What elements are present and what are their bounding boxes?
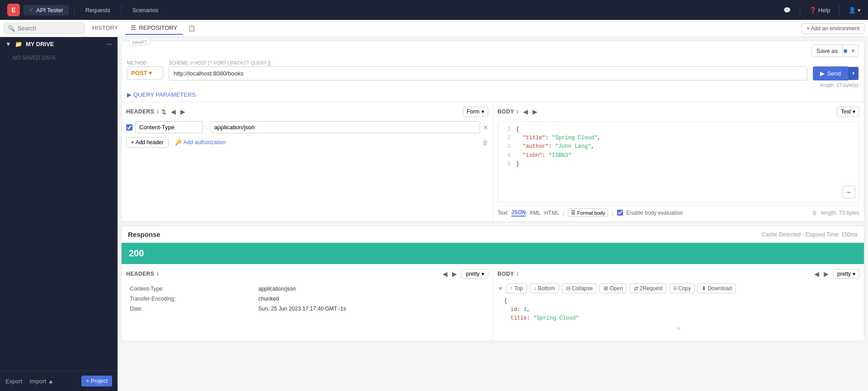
- headers-info-icon[interactable]: ℹ: [157, 109, 159, 115]
- table-row: Content-Type: application/json: [127, 284, 487, 293]
- enable-body-eval-label: Enable body evaluation: [627, 210, 683, 216]
- search-input[interactable]: [18, 25, 81, 32]
- body-tab-html[interactable]: HTML: [544, 210, 559, 216]
- top-nav-right: 💬 ❓ Help 👤 ▾: [783, 5, 861, 14]
- header-value-input[interactable]: [210, 121, 480, 133]
- project-button[interactable]: + Project: [81, 376, 112, 386]
- bottom-button[interactable]: ↓ Bottom: [530, 283, 559, 293]
- help-link[interactable]: ❓ Help: [809, 7, 830, 14]
- content-area: DRAFT Save as ▾ METHOD POST ▾: [118, 37, 868, 391]
- body-code-editor[interactable]: 1 { 2 "title": "Spring Cloud", 3 "author…: [498, 121, 860, 203]
- url-input-wrap: SCHEME :// HOST ['*' PORT ] [PATH ['?' Q…: [169, 61, 807, 80]
- tab-repository[interactable]: ☰ REPOSITORY: [125, 22, 183, 35]
- body-tab-text[interactable]: Text: [498, 210, 508, 216]
- resp-code-line: {: [498, 297, 860, 306]
- headers-form-button[interactable]: Form ▾: [463, 107, 488, 117]
- save-as-arrow-icon[interactable]: ▾: [848, 46, 858, 56]
- scroll-indicator: ⌃: [498, 325, 860, 337]
- add-authorization-button[interactable]: 🔑 Add authorization: [172, 137, 228, 147]
- header-enabled-checkbox[interactable]: [126, 124, 132, 131]
- add-environment-button[interactable]: + Add an environment: [802, 23, 864, 34]
- tab-requests[interactable]: Requests: [80, 5, 116, 15]
- resp-body-dropdown-icon: ▾: [853, 271, 855, 277]
- request-top-bar: Save as ▾: [122, 41, 864, 61]
- sidebar-bottom: Export Import ▲ + Project: [0, 371, 118, 391]
- download-button[interactable]: ⬇ Download: [698, 283, 736, 293]
- method-select[interactable]: POST ▾: [127, 66, 163, 80]
- header-key-input[interactable]: [135, 121, 203, 133]
- headers-right-arrow[interactable]: ▶: [179, 107, 187, 116]
- my-drive-menu-icon[interactable]: ⋯: [106, 41, 112, 47]
- clear-headers-button[interactable]: 🗑: [482, 139, 488, 146]
- sidebar: ▼ 📁 MY DRIVE ⋯ NO SAVED DATA Export Impo…: [0, 37, 118, 391]
- export-button[interactable]: Export: [5, 378, 23, 385]
- import-button[interactable]: Import ▲: [30, 378, 54, 385]
- resp-headers-info-icon[interactable]: ℹ: [157, 271, 159, 277]
- clipboard-icon-btn[interactable]: 📋: [188, 25, 195, 32]
- hb-section: HEADERS ℹ ⇅ ◀ ▶ Form ▾: [122, 102, 864, 221]
- resp-body-left-arrow[interactable]: ◀: [812, 269, 821, 278]
- resp-body-right-arrow[interactable]: ▶: [822, 269, 830, 278]
- top-icon: ↑: [510, 285, 513, 292]
- top-button[interactable]: ↑ Top: [506, 283, 527, 293]
- form-dropdown-icon: ▾: [481, 108, 484, 115]
- send-dropdown-button[interactable]: ▾: [848, 67, 859, 80]
- resp-body-pretty-button[interactable]: pretty ▾: [833, 269, 859, 279]
- resp-headers-right-arrow[interactable]: ▶: [450, 269, 459, 278]
- code-line-1: 1 {: [502, 125, 856, 134]
- save-as-dot: [844, 49, 847, 53]
- body-delete-icon[interactable]: 🗑: [812, 210, 817, 216]
- body-info-icon[interactable]: ℹ: [517, 109, 519, 115]
- resp-code-line: title: "Spring Cloud": [498, 314, 860, 323]
- user-menu[interactable]: 👤 ▾: [849, 7, 861, 14]
- enable-body-eval-checkbox[interactable]: [617, 210, 623, 216]
- edit-body-icon[interactable]: ✏: [843, 186, 855, 198]
- key-icon: 🔑: [175, 139, 182, 146]
- response-header-bar: Response Cache Detected - Elapsed Time: …: [122, 226, 864, 243]
- headers-pane-header: HEADERS ℹ ⇅ ◀ ▶ Form ▾: [126, 107, 488, 117]
- headers-left-arrow[interactable]: ◀: [169, 107, 178, 116]
- my-drive-section[interactable]: ▼ 📁 MY DRIVE ⋯: [0, 37, 118, 51]
- resp-headers-left-arrow[interactable]: ◀: [441, 269, 449, 278]
- body-opts: 🗑 length: 73 bytes: [812, 210, 859, 216]
- body-tab-xml[interactable]: XML: [529, 210, 541, 216]
- copy-button[interactable]: ⎘ Copy: [670, 283, 695, 293]
- tab-api-tester[interactable]: ✓ API Tester: [24, 5, 69, 15]
- save-as-button[interactable]: Save as ▾: [811, 45, 859, 57]
- body-right-arrow[interactable]: ▶: [531, 107, 539, 116]
- main-layout: ▼ 📁 MY DRIVE ⋯ NO SAVED DATA Export Impo…: [0, 37, 868, 391]
- query-params-arrow: ▶: [127, 91, 132, 98]
- headers-sort-icon[interactable]: ⇅: [161, 108, 166, 115]
- query-params-row[interactable]: ▶ QUERY PARAMETERS: [122, 90, 864, 102]
- search-bar[interactable]: 🔍: [4, 23, 85, 34]
- resp-body-info-icon[interactable]: ℹ: [517, 271, 519, 277]
- add-header-button[interactable]: + Add header: [126, 137, 169, 148]
- tab-history[interactable]: HISTORY: [87, 22, 123, 35]
- collapse-button[interactable]: ⊟ Collapse: [562, 283, 597, 293]
- method-dropdown-icon: ▾: [149, 70, 152, 76]
- tab-scenarios[interactable]: Scenarios: [127, 5, 164, 15]
- body-pane-header: BODY ℹ ◀ ▶ Text ▾: [498, 107, 860, 117]
- resp-body-toolbar: ▼ ↑ Top ↓ Bottom ⊟ Collapse: [498, 283, 860, 293]
- body-tab-json[interactable]: JSON: [511, 209, 526, 217]
- body-left-arrow[interactable]: ◀: [521, 107, 530, 116]
- search-icon: 🔍: [8, 25, 15, 32]
- response-status-bar: 200: [122, 243, 864, 264]
- send-button[interactable]: ▶ Send: [813, 66, 848, 80]
- resp-pretty-button[interactable]: pretty ▾: [462, 269, 488, 279]
- body-footer: Text JSON XML HTML | ☰ Format body | En: [498, 205, 860, 217]
- code-line-5: 5 }: [502, 160, 856, 169]
- 2request-button[interactable]: ⇄ 2Request: [630, 283, 667, 293]
- repo-icon: ☰: [131, 24, 136, 31]
- header-row: : ✕: [126, 121, 488, 133]
- response-body-pane: BODY ℹ ◀ ▶ pretty ▾ ▼: [493, 264, 864, 341]
- nav-divider: [74, 5, 75, 14]
- open-button[interactable]: ⊞ Open: [599, 283, 627, 293]
- open-icon: ⊞: [604, 285, 608, 292]
- url-input[interactable]: [169, 66, 807, 80]
- header-delete-button[interactable]: ✕: [483, 124, 488, 131]
- notifications-icon[interactable]: 💬: [783, 7, 791, 14]
- format-body-button[interactable]: ☰ Format body: [568, 208, 609, 217]
- body-text-button[interactable]: Text ▾: [837, 107, 859, 117]
- code-line-3: 3 "author": "John Lang",: [502, 142, 856, 151]
